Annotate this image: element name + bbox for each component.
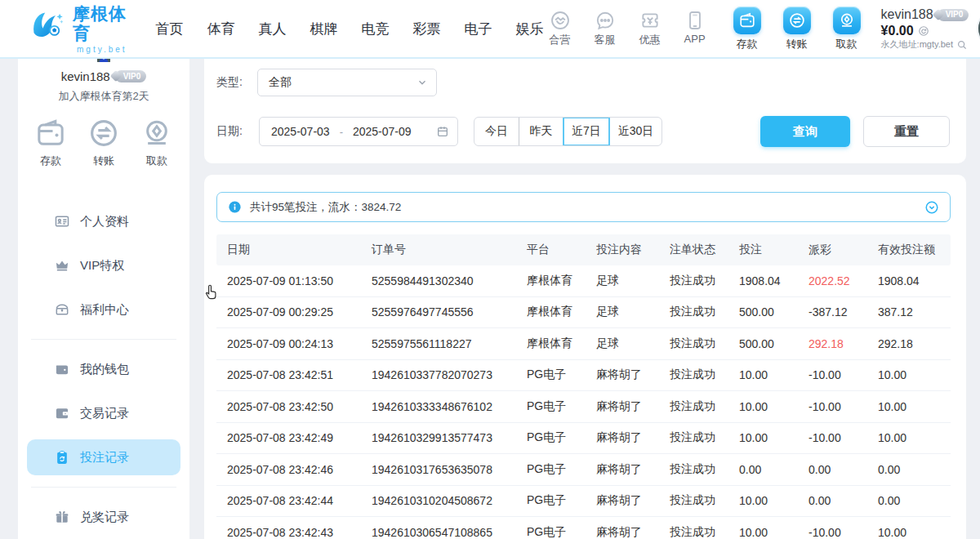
top-navbar: 摩根体育 mgty.bet 首页体育真人棋牌电竞彩票电子娱乐 合营 客服 优惠 … bbox=[0, 0, 980, 59]
nav-item[interactable]: 娱乐 bbox=[516, 20, 544, 38]
cell-platform: PG电子 bbox=[516, 525, 586, 539]
nav-item[interactable]: 真人 bbox=[259, 20, 287, 38]
cell-bet: 10.00 bbox=[728, 368, 798, 381]
type-select[interactable]: 全部 bbox=[257, 69, 437, 96]
quick-icon-label: 优惠 bbox=[639, 33, 661, 47]
cell-platform: PG电子 bbox=[516, 368, 586, 382]
nav-item[interactable]: 棋牌 bbox=[310, 20, 338, 38]
coupon-icon bbox=[639, 10, 661, 31]
sidebar-menu-item[interactable]: 兑奖记录 bbox=[27, 499, 180, 535]
date-range-button[interactable]: 昨天 bbox=[519, 118, 563, 145]
cell-valid: 10.00 bbox=[867, 368, 951, 381]
navbar-quick-icon[interactable]: 合营 bbox=[544, 10, 577, 47]
cell-platform: PG电子 bbox=[516, 430, 586, 445]
cell-status: 投注成功 bbox=[659, 305, 728, 319]
query-button[interactable]: 查询 bbox=[760, 116, 850, 147]
cell-platform: PG电子 bbox=[516, 462, 586, 477]
sidebar-menu-item[interactable]: 投注记录 bbox=[27, 439, 180, 475]
deposit-icon bbox=[733, 7, 761, 34]
sidebar-menu-item[interactable]: 福利中心 bbox=[27, 292, 180, 327]
cell-valid: 10.00 bbox=[867, 431, 951, 444]
navbar-quick-icon[interactable]: 客服 bbox=[589, 10, 621, 47]
cell-platform: PG电子 bbox=[516, 399, 586, 414]
cell-payout: -10.00 bbox=[798, 526, 867, 539]
sidebar-quick-action[interactable]: 取款 bbox=[140, 117, 173, 168]
cell-valid: 292.18 bbox=[867, 337, 951, 350]
cell-order: 1942610333348676102 bbox=[361, 400, 516, 413]
info-icon bbox=[228, 200, 242, 214]
quick-icon-label: 客服 bbox=[595, 33, 616, 47]
cell-platform: 摩根体育 bbox=[516, 336, 586, 351]
nav-item[interactable]: 电竞 bbox=[362, 20, 390, 38]
nav-item[interactable]: 体育 bbox=[207, 20, 235, 38]
cell-content: 麻将胡了 bbox=[586, 368, 659, 382]
date-range-button[interactable]: 近30日 bbox=[609, 118, 662, 145]
nav-item[interactable]: 首页 bbox=[156, 20, 184, 38]
treasure-icon bbox=[54, 301, 70, 318]
table-row: 2025-07-08 23:42:491942610329913577473PG… bbox=[216, 423, 951, 455]
search-icon[interactable] bbox=[956, 39, 968, 51]
expand-summary-icon[interactable] bbox=[924, 200, 939, 215]
cell-bet: 1908.04 bbox=[728, 274, 798, 287]
filter-panel: 类型: 全部 日期: 2025-07-03 - 2025-07-09 bbox=[204, 59, 966, 163]
navbar-wallet-icon[interactable]: 取款 bbox=[829, 7, 865, 51]
navbar-wallet-icon[interactable]: 存款 bbox=[729, 7, 765, 51]
cell-status: 投注成功 bbox=[659, 493, 728, 508]
cell-date: 2025-07-09 00:29:25 bbox=[216, 305, 361, 318]
sidebar-menu-item[interactable]: 我的钱包 bbox=[27, 351, 180, 387]
wallet-icon-label: 存款 bbox=[737, 37, 758, 51]
sidebar-quick-action[interactable]: 转账 bbox=[87, 117, 120, 168]
transfer-icon bbox=[783, 7, 811, 34]
cell-order: 1942610329913577473 bbox=[361, 431, 516, 444]
refresh-balance-icon[interactable] bbox=[918, 25, 929, 37]
reset-button[interactable]: 重置 bbox=[863, 116, 950, 147]
nav-item[interactable]: 彩票 bbox=[413, 20, 441, 38]
cell-valid: 1908.04 bbox=[867, 274, 951, 287]
cell-payout: -10.00 bbox=[798, 431, 867, 444]
records-panel: 共计95笔投注，流水：3824.72 日期订单号平台投注内容注单状态投注派彩有效… bbox=[204, 175, 966, 539]
cell-date: 2025-07-08 23:42:43 bbox=[216, 526, 361, 539]
date-start: 2025-07-03 bbox=[271, 125, 330, 138]
transfer-icon bbox=[87, 117, 120, 149]
withdraw-icon bbox=[833, 7, 861, 34]
cell-bet: 500.00 bbox=[728, 337, 798, 350]
username: kevin188 bbox=[881, 7, 933, 23]
cell-payout: 292.18 bbox=[798, 337, 867, 350]
table-row: 2025-07-08 23:42:511942610337782070273PG… bbox=[216, 360, 951, 392]
service-icon bbox=[595, 10, 616, 31]
navbar-quick-icon[interactable]: APP bbox=[679, 10, 711, 45]
quick-range-group: 今日昨天近7日近30日 bbox=[474, 117, 662, 146]
main-nav: 首页体育真人棋牌电竞彩票电子娱乐 bbox=[156, 20, 544, 38]
nav-item[interactable]: 电子 bbox=[465, 20, 492, 38]
cell-content: 足球 bbox=[586, 336, 659, 351]
cell-bet: 0.00 bbox=[728, 463, 798, 476]
cell-status: 投注成功 bbox=[659, 368, 728, 382]
date-range-input[interactable]: 2025-07-03 - 2025-07-09 bbox=[259, 117, 458, 146]
cell-bet: 10.00 bbox=[728, 431, 798, 444]
cell-status: 投注成功 bbox=[659, 336, 728, 351]
logo-title: 摩根体育 bbox=[73, 4, 131, 43]
sidebar-menu-label: 个人资料 bbox=[80, 214, 129, 229]
date-range-button[interactable]: 今日 bbox=[474, 118, 519, 145]
user-info[interactable]: kevin188 VIP0 ¥0.00 永久地址:mgty.bet bbox=[881, 7, 969, 51]
summary-bar: 共计95笔投注，流水：3824.72 bbox=[216, 192, 951, 222]
cell-content: 麻将胡了 bbox=[586, 430, 659, 445]
sidebar-menu-item[interactable]: 交易记录 bbox=[27, 395, 180, 431]
sidebar-menu-item[interactable]: 个人资料 bbox=[27, 203, 180, 239]
cell-content: 足球 bbox=[586, 274, 659, 288]
navbar-wallet-icon[interactable]: 转账 bbox=[779, 7, 815, 51]
date-range-button[interactable]: 近7日 bbox=[563, 118, 609, 145]
sidebar-menu-item[interactable]: VIP特权 bbox=[27, 247, 180, 283]
cell-date: 2025-07-08 23:42:51 bbox=[216, 368, 361, 381]
cell-content: 麻将胡了 bbox=[586, 525, 659, 539]
cell-content: 足球 bbox=[586, 305, 659, 319]
sidebar-menu-label: 投注记录 bbox=[80, 450, 129, 466]
withdraw-icon bbox=[140, 117, 173, 149]
logo[interactable]: 摩根体育 mgty.bet bbox=[29, 4, 131, 54]
sidebar-divider bbox=[31, 339, 176, 340]
cell-date: 2025-07-08 23:42:49 bbox=[216, 431, 361, 444]
table-row: 2025-07-08 23:42:461942610317653635078PG… bbox=[216, 454, 951, 486]
sidebar-username: kevin188 bbox=[61, 69, 110, 83]
sidebar-quick-action[interactable]: 存款 bbox=[34, 117, 67, 168]
navbar-quick-icon[interactable]: 优惠 bbox=[634, 10, 666, 47]
